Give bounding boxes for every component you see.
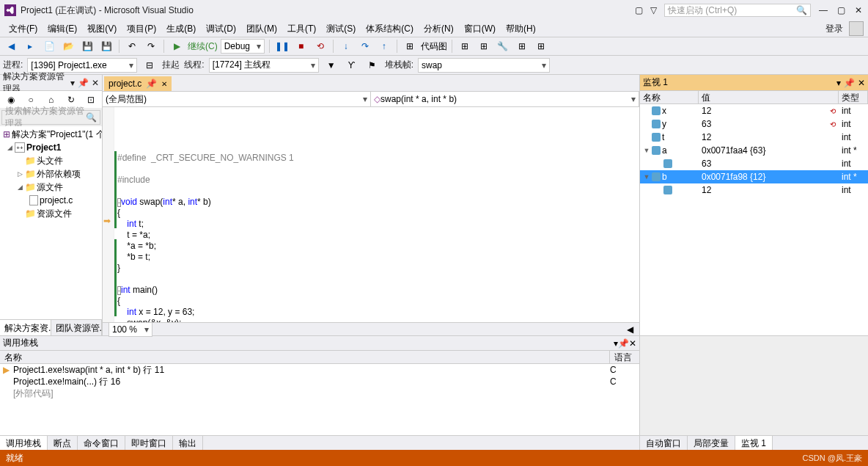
- project-node[interactable]: ◢++Project1: [0, 141, 102, 154]
- document-tab[interactable]: project.c📌✕: [104, 76, 172, 91]
- dropdown-icon[interactable]: ▾: [836, 78, 841, 88]
- code-editor[interactable]: #define _CRT_SECURE_NO_WARNINGS 1 #inclu…: [114, 107, 639, 322]
- step-over-button[interactable]: ↷: [357, 38, 373, 54]
- thread-dropdown[interactable]: [17724] 主线程: [209, 58, 319, 73]
- menu-item[interactable]: 团队(M): [242, 21, 282, 37]
- bottom-tab[interactable]: 断点: [48, 436, 78, 450]
- watch-row[interactable]: y 63⟲ int: [640, 117, 868, 131]
- solution-node[interactable]: ⊞解决方案"Project1"(1 个: [0, 128, 102, 141]
- menu-item[interactable]: 测试(S): [322, 21, 360, 37]
- bottom-tab[interactable]: 调用堆栈: [0, 436, 48, 450]
- bottom-tab[interactable]: 监视 1: [735, 436, 773, 450]
- properties-button[interactable]: 🔧: [495, 38, 511, 54]
- menu-item[interactable]: 文件(F): [4, 21, 42, 37]
- avatar-icon[interactable]: [849, 21, 864, 36]
- undo-button[interactable]: ↶: [124, 38, 140, 54]
- watch-row[interactable]: ▼b 0x0071fa98 {12} int *: [640, 170, 868, 183]
- nav-fwd-button[interactable]: ▸: [22, 38, 38, 54]
- source-folder[interactable]: ◢📁源文件: [0, 181, 102, 194]
- menu-item[interactable]: 视图(V): [83, 21, 121, 37]
- feedback-icon[interactable]: ▢: [635, 5, 643, 15]
- col-value[interactable]: 值: [699, 91, 839, 103]
- solution-search-input[interactable]: 搜索解决方案资源管理器🔍: [1, 110, 100, 125]
- menu-item[interactable]: 调试(D): [202, 21, 240, 37]
- solution-explorer-button[interactable]: ⊞: [457, 38, 473, 54]
- resource-folder[interactable]: 📁资源文件: [0, 207, 102, 220]
- filter-button[interactable]: ▼: [323, 57, 339, 73]
- open-button[interactable]: 📂: [60, 38, 76, 54]
- pin-icon[interactable]: 📌: [146, 79, 157, 89]
- col-lang[interactable]: 语言: [610, 351, 639, 363]
- close-icon[interactable]: ✕: [858, 78, 865, 88]
- close-icon[interactable]: ✕: [92, 78, 99, 88]
- nav-back-button[interactable]: ◀: [3, 38, 19, 54]
- start-page-button[interactable]: ⊞: [533, 38, 549, 54]
- tab-solution-explorer[interactable]: 解决方案资...: [0, 320, 51, 335]
- watch-row[interactable]: t 12 int: [640, 131, 868, 144]
- watch-rows[interactable]: x 12⟲ int y 63⟲ int t 12 int ▼a 0x0071fa…: [640, 104, 868, 335]
- refresh-icon[interactable]: ⟲: [830, 120, 839, 128]
- callstack-row[interactable]: Project1.exe!main(...) 行 16C: [0, 376, 639, 387]
- pin-icon[interactable]: 📌: [844, 78, 855, 88]
- scroll-left-icon[interactable]: ◀: [627, 324, 633, 335]
- watch-row[interactable]: x 12⟲ int: [640, 104, 868, 117]
- notifications-icon[interactable]: ▽: [650, 5, 657, 15]
- menu-item[interactable]: 窗口(W): [460, 21, 500, 37]
- solution-tree[interactable]: ⊞解决方案"Project1"(1 个 ◢++Project1 📁头文件 ▷📁外…: [0, 126, 102, 319]
- bottom-tab[interactable]: 即时窗口: [125, 436, 173, 450]
- config-dropdown[interactable]: Debug: [221, 39, 265, 54]
- new-file-button[interactable]: 📄: [41, 38, 57, 54]
- callstack-rows[interactable]: ▶Project1.exe!swap(int * a, int * b) 行 1…: [0, 364, 639, 435]
- pin-icon[interactable]: 📌: [78, 78, 89, 88]
- pause-button[interactable]: ❚❚: [274, 38, 290, 54]
- sign-in-link[interactable]: 登录: [821, 21, 847, 37]
- codemap-label[interactable]: 代码图: [421, 40, 447, 53]
- headers-folder[interactable]: 📁头文件: [0, 154, 102, 167]
- restart-button[interactable]: ⟲: [312, 38, 328, 54]
- zoom-dropdown[interactable]: 100 %: [108, 322, 152, 337]
- stop-button[interactable]: ■: [293, 38, 309, 54]
- function-dropdown[interactable]: ◇ swap(int * a, int * b): [371, 92, 639, 106]
- dropdown-icon[interactable]: ▾: [70, 78, 75, 88]
- codemap-icon[interactable]: ⊞: [402, 38, 418, 54]
- watch-row[interactable]: 63 int: [640, 157, 868, 170]
- menu-item[interactable]: 帮助(H): [501, 21, 540, 37]
- funnel-icon[interactable]: Ƴ: [344, 57, 360, 73]
- bottom-tab[interactable]: 输出: [173, 436, 203, 450]
- maximize-button[interactable]: ▢: [836, 5, 846, 15]
- external-folder[interactable]: ▷📁外部依赖项: [0, 167, 102, 181]
- watch-row[interactable]: ▼a 0x0071faa4 {63} int *: [640, 144, 868, 157]
- quick-launch-input[interactable]: 快速启动 (Ctrl+Q)🔍: [664, 4, 811, 17]
- col-name[interactable]: 名称: [640, 91, 699, 103]
- callstack-row[interactable]: [外部代码]: [0, 387, 639, 399]
- close-icon[interactable]: ✕: [629, 338, 636, 349]
- refresh-icon[interactable]: ⟲: [830, 107, 839, 115]
- menu-item[interactable]: 生成(B): [162, 21, 200, 37]
- menu-item[interactable]: 分析(N): [419, 21, 458, 37]
- menu-item[interactable]: 体系结构(C): [361, 21, 418, 37]
- flag-icon[interactable]: ⚑: [364, 57, 380, 73]
- minimize-button[interactable]: —: [818, 5, 828, 15]
- watch-row[interactable]: 12 int: [640, 183, 868, 197]
- save-button[interactable]: 💾: [79, 38, 95, 54]
- continue-label[interactable]: 继续(C): [188, 40, 218, 53]
- source-file[interactable]: project.c: [0, 194, 102, 207]
- editor-gutter[interactable]: ➡: [103, 107, 114, 322]
- save-all-button[interactable]: 💾: [98, 38, 114, 54]
- menu-item[interactable]: 编辑(E): [43, 21, 81, 37]
- redo-button[interactable]: ↷: [143, 38, 159, 54]
- stackframe-dropdown[interactable]: swap: [418, 58, 550, 73]
- col-name[interactable]: 名称: [0, 351, 610, 363]
- team-explorer-button[interactable]: ⊞: [476, 38, 492, 54]
- step-out-button[interactable]: ↑: [376, 38, 392, 54]
- tab-team-explorer[interactable]: 团队资源管...: [51, 320, 103, 335]
- menu-item[interactable]: 项目(P): [122, 21, 161, 37]
- suspend-icon[interactable]: ⊟: [141, 57, 158, 73]
- callstack-row[interactable]: ▶Project1.exe!swap(int * a, int * b) 行 1…: [0, 364, 639, 376]
- bottom-tab[interactable]: 局部变量: [688, 436, 735, 450]
- toolbox-button[interactable]: ⊞: [514, 38, 530, 54]
- continue-button[interactable]: ▶: [169, 38, 185, 54]
- close-button[interactable]: ✕: [853, 5, 864, 15]
- pin-icon[interactable]: 📌: [618, 338, 629, 349]
- close-tab-icon[interactable]: ✕: [161, 80, 167, 88]
